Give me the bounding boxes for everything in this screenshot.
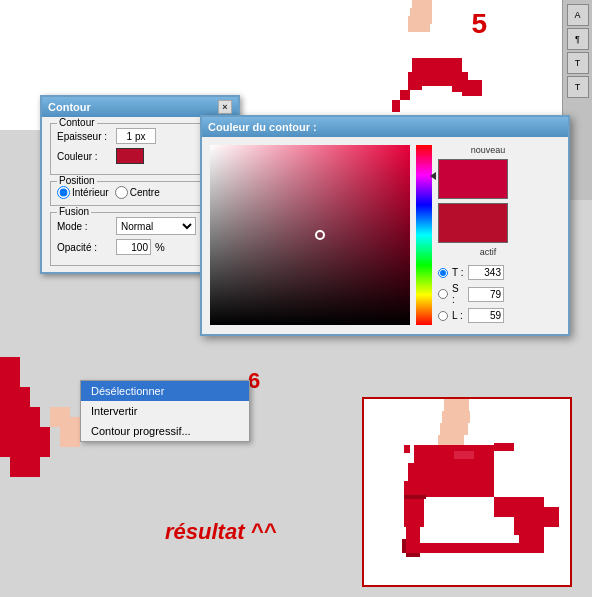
interieur-radio[interactable] xyxy=(57,186,70,199)
color-picker-titlebar: Couleur du contour : xyxy=(202,117,568,137)
contour-dialog-titlebar: Contour × xyxy=(42,97,238,117)
position-radio-row: Intérieur Centre xyxy=(57,186,223,199)
actif-label: actif xyxy=(438,247,538,257)
opacite-input[interactable] xyxy=(116,239,151,255)
menu-item-deselectionner[interactable]: Désélectionner xyxy=(81,381,249,401)
step-5-label: 5 xyxy=(471,8,487,40)
nouveau-label: nouveau xyxy=(438,145,538,155)
contour-dialog-title: Contour xyxy=(48,101,91,113)
t-radio[interactable] xyxy=(438,268,448,278)
l-label: L : xyxy=(452,310,464,321)
t-input[interactable] xyxy=(468,265,504,280)
s-label: S : xyxy=(452,283,464,305)
couleur-label: Couleur : xyxy=(57,151,112,162)
context-menu: Désélectionner Intervertir Contour progr… xyxy=(80,380,250,442)
svg-rect-18 xyxy=(444,399,469,411)
mode-label: Mode : xyxy=(57,221,112,232)
hue-bar[interactable] xyxy=(416,145,432,325)
svg-rect-35 xyxy=(404,495,426,499)
t-label: T : xyxy=(452,267,464,278)
s-value-row: S : xyxy=(438,283,538,305)
centre-option[interactable]: Centre xyxy=(115,186,160,199)
svg-rect-32 xyxy=(454,451,474,459)
top-shoe-pixels xyxy=(352,0,512,120)
contour-group-label: Contour xyxy=(57,117,97,128)
svg-rect-30 xyxy=(519,535,544,545)
contour-dialog-close[interactable]: × xyxy=(218,100,232,114)
opacite-label: Opacité : xyxy=(57,242,112,253)
svg-rect-33 xyxy=(404,445,410,453)
color-picker-right: nouveau actif T : S : L : xyxy=(438,145,538,326)
svg-rect-0 xyxy=(412,0,432,8)
toolbar-btn-t2[interactable]: T xyxy=(567,76,589,98)
svg-rect-8 xyxy=(412,58,462,74)
result-label: résultat ^^ xyxy=(165,519,276,545)
interieur-option[interactable]: Intérieur xyxy=(57,186,109,199)
color-gradient-square[interactable] xyxy=(210,145,410,325)
centre-radio[interactable] xyxy=(115,186,128,199)
percent-label: % xyxy=(155,241,165,253)
svg-rect-36 xyxy=(402,539,406,553)
bottom-left-shoe-pixels xyxy=(0,357,90,497)
svg-rect-24 xyxy=(404,481,494,497)
svg-rect-34 xyxy=(494,443,514,451)
fusion-group-label: Fusion xyxy=(57,206,91,217)
active-color-swatch[interactable] xyxy=(438,203,508,243)
couleur-row: Couleur : xyxy=(57,148,223,164)
t-value-row: T : xyxy=(438,265,538,280)
menu-item-intervertir[interactable]: Intervertir xyxy=(81,401,249,421)
svg-rect-6 xyxy=(392,100,400,112)
svg-rect-15 xyxy=(10,457,40,477)
svg-rect-5 xyxy=(400,90,410,100)
l-radio[interactable] xyxy=(438,311,448,321)
s-input[interactable] xyxy=(468,287,504,302)
svg-rect-12 xyxy=(0,387,30,407)
svg-rect-19 xyxy=(442,411,470,423)
svg-rect-21 xyxy=(438,435,464,445)
epaisseur-label: Epaisseur : xyxy=(57,131,112,142)
svg-rect-26 xyxy=(406,527,420,543)
position-group-label: Position xyxy=(57,175,97,186)
picker-cursor xyxy=(315,230,325,240)
svg-rect-14 xyxy=(0,427,50,457)
svg-rect-17 xyxy=(50,407,70,427)
svg-rect-20 xyxy=(440,423,468,435)
svg-rect-28 xyxy=(494,497,544,517)
svg-rect-11 xyxy=(0,357,20,387)
color-picker-body: nouveau actif T : S : L : xyxy=(202,137,568,334)
mode-select[interactable]: Normal xyxy=(116,217,196,235)
l-value-row: L : xyxy=(438,308,538,323)
svg-rect-37 xyxy=(406,553,420,557)
epaisseur-input[interactable] xyxy=(116,128,156,144)
s-radio[interactable] xyxy=(438,289,448,299)
svg-rect-23 xyxy=(408,463,494,481)
result-shoe-area xyxy=(362,397,572,587)
mode-row: Mode : Normal xyxy=(57,217,223,235)
svg-rect-1 xyxy=(410,8,432,16)
toolbar-btn-para[interactable]: ¶ xyxy=(567,28,589,50)
svg-rect-31 xyxy=(539,507,559,527)
result-shoe-svg xyxy=(364,399,572,587)
svg-rect-13 xyxy=(0,407,40,427)
hue-arrow xyxy=(430,172,436,180)
color-picker-title: Couleur du contour : xyxy=(208,121,317,133)
color-picker-dialog: Couleur du contour : nouveau actif T : xyxy=(200,115,570,336)
svg-rect-25 xyxy=(404,497,424,527)
epaisseur-row: Epaisseur : xyxy=(57,128,223,144)
toolbar-btn-a[interactable]: A xyxy=(567,4,589,26)
interieur-label: Intérieur xyxy=(72,187,109,198)
l-input[interactable] xyxy=(468,308,504,323)
couleur-swatch[interactable] xyxy=(116,148,144,164)
new-color-swatch[interactable] xyxy=(438,159,508,199)
centre-label: Centre xyxy=(130,187,160,198)
toolbar-btn-t[interactable]: T xyxy=(567,52,589,74)
svg-rect-2 xyxy=(408,16,432,24)
svg-rect-3 xyxy=(408,24,430,32)
opacite-row: Opacité : % xyxy=(57,239,223,255)
svg-rect-10 xyxy=(462,88,482,96)
color-values: T : S : L : xyxy=(438,265,538,326)
menu-item-contour-progressif[interactable]: Contour progressif... xyxy=(81,421,249,441)
